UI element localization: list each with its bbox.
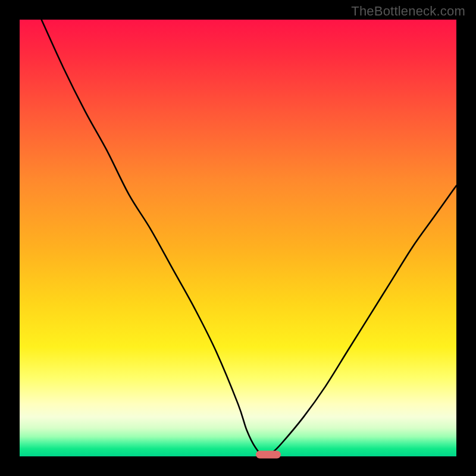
- bottleneck-curve: [20, 20, 456, 456]
- watermark-text: TheBottleneck.com: [351, 4, 465, 19]
- plot-area: [20, 20, 456, 456]
- chart-frame: TheBottleneck.com: [0, 0, 476, 476]
- curve-path: [42, 20, 456, 456]
- optimal-marker: [256, 451, 281, 459]
